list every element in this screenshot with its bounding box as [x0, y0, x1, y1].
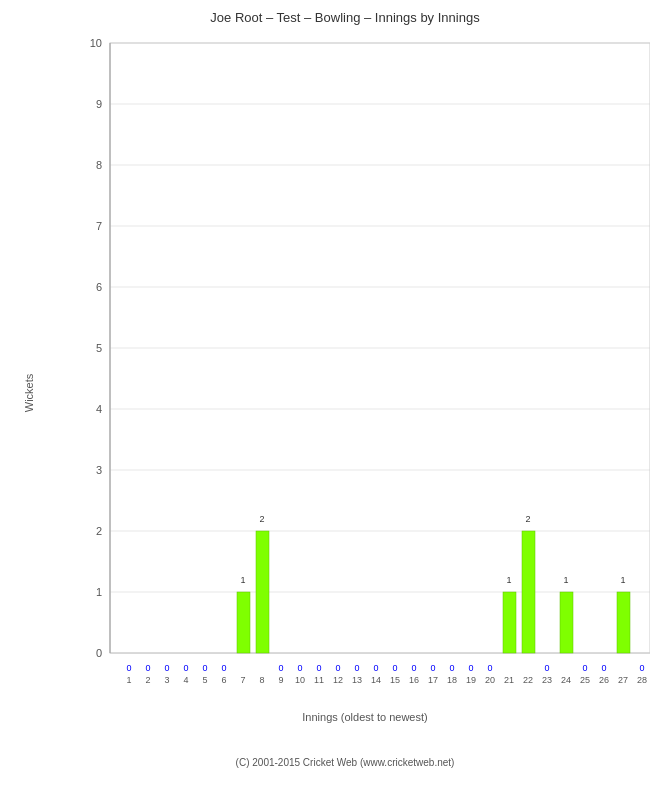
svg-text:22: 22 [523, 675, 533, 685]
svg-text:13: 13 [352, 675, 362, 685]
chart-container: Joe Root – Test – Bowling – Innings by I… [0, 0, 650, 800]
svg-text:0: 0 [392, 663, 397, 673]
svg-text:3: 3 [96, 464, 102, 476]
svg-text:18: 18 [447, 675, 457, 685]
y-axis-label: Wickets [23, 374, 35, 413]
svg-text:4: 4 [183, 675, 188, 685]
svg-text:16: 16 [409, 675, 419, 685]
svg-text:0: 0 [183, 663, 188, 673]
svg-text:0: 0 [411, 663, 416, 673]
svg-text:0: 0 [316, 663, 321, 673]
svg-text:2: 2 [525, 514, 530, 524]
svg-text:1: 1 [96, 586, 102, 598]
svg-text:1: 1 [506, 575, 511, 585]
svg-text:25: 25 [580, 675, 590, 685]
svg-text:2: 2 [145, 675, 150, 685]
footer: (C) 2001-2015 Cricket Web (www.cricketwe… [50, 757, 640, 768]
svg-text:0: 0 [96, 647, 102, 659]
svg-text:3: 3 [164, 675, 169, 685]
svg-text:0: 0 [164, 663, 169, 673]
svg-text:9: 9 [96, 98, 102, 110]
svg-text:24: 24 [561, 675, 571, 685]
svg-text:5: 5 [202, 675, 207, 685]
svg-text:10: 10 [90, 37, 102, 49]
svg-text:26: 26 [599, 675, 609, 685]
svg-text:8: 8 [96, 159, 102, 171]
svg-text:4: 4 [96, 403, 102, 415]
svg-text:0: 0 [335, 663, 340, 673]
svg-text:0: 0 [487, 663, 492, 673]
svg-text:1: 1 [563, 575, 568, 585]
svg-text:12: 12 [333, 675, 343, 685]
svg-text:9: 9 [278, 675, 283, 685]
svg-text:2: 2 [259, 514, 264, 524]
svg-text:0: 0 [544, 663, 549, 673]
svg-text:14: 14 [371, 675, 381, 685]
svg-rect-39 [256, 531, 269, 653]
svg-text:21: 21 [504, 675, 514, 685]
svg-rect-74 [560, 592, 573, 653]
svg-text:0: 0 [278, 663, 283, 673]
svg-text:0: 0 [145, 663, 150, 673]
svg-text:2: 2 [96, 525, 102, 537]
chart-title: Joe Root – Test – Bowling – Innings by I… [50, 10, 640, 25]
svg-text:6: 6 [221, 675, 226, 685]
svg-text:0: 0 [221, 663, 226, 673]
svg-text:0: 0 [373, 663, 378, 673]
svg-text:1: 1 [620, 575, 625, 585]
svg-text:15: 15 [390, 675, 400, 685]
svg-text:0: 0 [639, 663, 644, 673]
svg-text:28: 28 [637, 675, 647, 685]
svg-rect-66 [503, 592, 516, 653]
svg-rect-69 [522, 531, 535, 653]
svg-text:5: 5 [96, 342, 102, 354]
svg-text:11: 11 [314, 675, 324, 685]
svg-text:0: 0 [582, 663, 587, 673]
svg-text:17: 17 [428, 675, 438, 685]
svg-text:0: 0 [468, 663, 473, 673]
svg-text:1: 1 [240, 575, 245, 585]
svg-text:0: 0 [297, 663, 302, 673]
svg-text:6: 6 [96, 281, 102, 293]
svg-text:19: 19 [466, 675, 476, 685]
svg-text:0: 0 [601, 663, 606, 673]
chart-svg: 10 9 8 7 6 5 4 3 2 1 0 0 1 0 2 0 3 0 4 [70, 33, 650, 693]
svg-text:1: 1 [126, 675, 131, 685]
svg-text:0: 0 [202, 663, 207, 673]
svg-text:8: 8 [259, 675, 264, 685]
svg-text:0: 0 [430, 663, 435, 673]
svg-text:0: 0 [354, 663, 359, 673]
svg-text:7: 7 [240, 675, 245, 685]
svg-text:0: 0 [126, 663, 131, 673]
svg-text:27: 27 [618, 675, 628, 685]
svg-text:20: 20 [485, 675, 495, 685]
svg-text:7: 7 [96, 220, 102, 232]
x-axis-label: Innings (oldest to newest) [70, 711, 650, 723]
svg-text:0: 0 [449, 663, 454, 673]
svg-text:23: 23 [542, 675, 552, 685]
svg-rect-36 [237, 592, 250, 653]
svg-rect-81 [617, 592, 630, 653]
svg-text:10: 10 [295, 675, 305, 685]
